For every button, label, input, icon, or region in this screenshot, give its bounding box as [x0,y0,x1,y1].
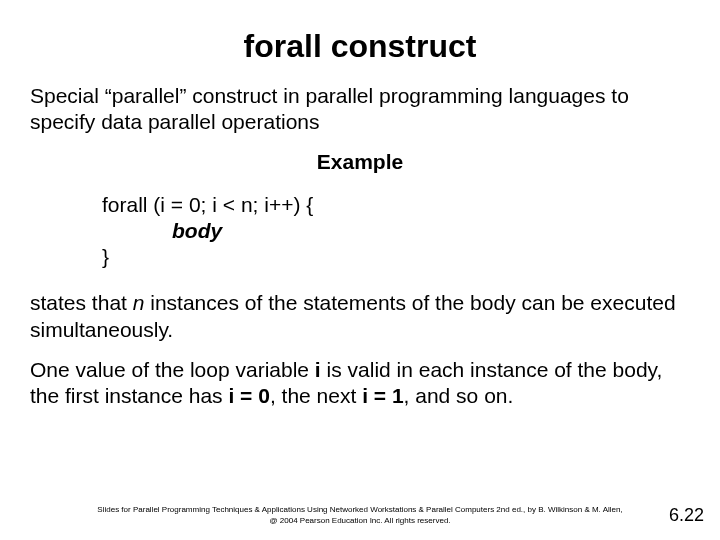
p3-text-c: , the next [270,384,362,407]
paragraph-3: One value of the loop variable i is vali… [30,357,690,410]
p2-text-a: states that [30,291,133,314]
example-heading: Example [30,150,690,174]
footer: Slides for Parallel Programming Techniqu… [0,504,720,526]
slide: forall construct Special “parallel” cons… [0,0,720,540]
p3-i1: i = 1 [362,384,403,407]
code-line-3: } [102,245,109,268]
code-body-indent [102,219,172,242]
slide-title: forall construct [30,28,690,65]
title-rest: construct [322,28,477,64]
intro-paragraph: Special “parallel” construct in parallel… [30,83,690,136]
footer-line-2: @ 2004 Pearson Education Inc. All rights… [0,515,720,526]
code-example: forall (i = 0; i < n; i++) { body } [102,192,690,271]
p3-text-a: One value of the loop variable [30,358,315,381]
p3-i0: i = 0 [228,384,269,407]
title-keyword: forall [244,28,322,64]
page-number: 6.22 [669,505,704,526]
paragraph-2: states that n instances of the statement… [30,290,690,343]
footer-line-1: Slides for Parallel Programming Techniqu… [0,504,720,515]
code-line-1: forall (i = 0; i < n; i++) { [102,193,313,216]
p2-var-n: n [133,291,145,314]
p3-text-d: , and so on. [404,384,514,407]
code-body-keyword: body [172,219,222,242]
